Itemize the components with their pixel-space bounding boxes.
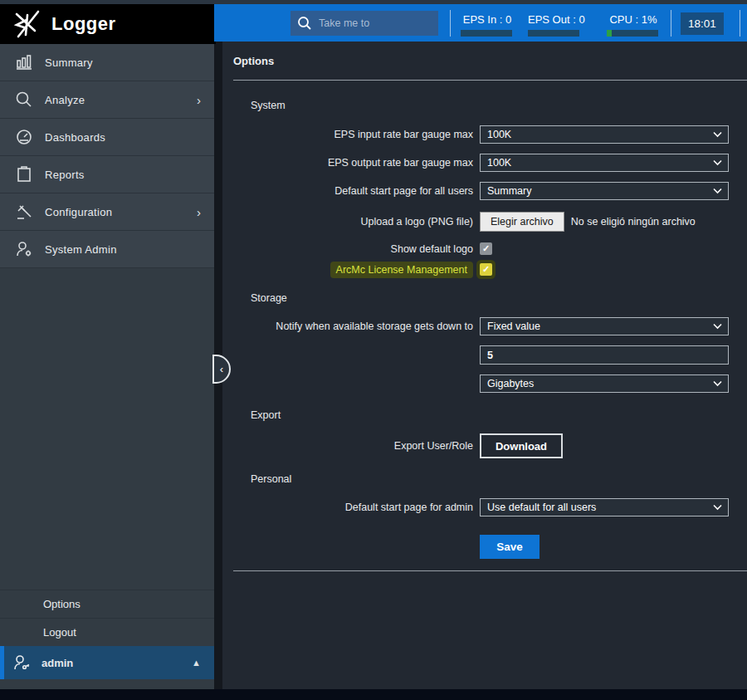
user-key-icon (12, 653, 32, 673)
app-title: Logger (51, 13, 116, 35)
chevron-right-icon: › (197, 205, 201, 219)
sidebar-item-analyze[interactable]: Analyze › (0, 81, 214, 119)
arcmc-license-label: ArcMc License Management (330, 262, 473, 278)
sidebar-item-logout[interactable]: Logout (0, 618, 214, 646)
notify-amount-input[interactable] (480, 345, 729, 365)
user-name: admin (42, 657, 73, 669)
bottom-divider (233, 570, 747, 571)
field-label: Export User/Role (222, 440, 473, 452)
sidebar-user-admin[interactable]: admin ▲ (0, 646, 214, 679)
chevron-down-icon (713, 131, 722, 138)
sidebar-menu: Summary Analyze › Dashboards Repor (0, 44, 214, 268)
search-input[interactable] (319, 17, 427, 29)
chevron-down-icon (713, 188, 722, 194)
form-row-eps-input: EPS input rate bar gauge max 100K (222, 125, 729, 144)
sidebar-item-dashboards[interactable]: Dashboards (0, 119, 214, 156)
eps-in-stat: EPS In : 0 (461, 13, 514, 37)
main-panel: Options System EPS input rate bar gauge … (222, 42, 747, 690)
search-icon (297, 16, 312, 31)
topbar-divider (740, 10, 740, 37)
sidebar-item-summary[interactable]: Summary (0, 44, 214, 81)
default-start-page-select[interactable]: Summary (480, 182, 729, 200)
select-value: Gigabytes (487, 378, 534, 389)
chevron-left-icon: ‹ (220, 363, 223, 375)
sidebar: Summary Analyze › Dashboards Repor (0, 44, 214, 690)
eps-out-stat: EPS Out : 0 (528, 13, 581, 37)
eps-out-label: EPS Out : 0 (528, 13, 581, 26)
form-row-eps-output: EPS output rate bar gauge max 100K (222, 154, 729, 172)
chevron-down-icon (713, 380, 722, 387)
page-title: Options (233, 55, 274, 67)
chevron-up-icon: ▲ (192, 658, 201, 668)
field-label: Upload a logo (PNG file) (222, 216, 473, 228)
eps-in-label: EPS In : 0 (461, 13, 514, 26)
arcsight-logo-icon (13, 9, 42, 39)
eps-out-gauge (528, 30, 579, 37)
field-label: EPS output rate bar gauge max (222, 157, 473, 169)
title-divider (233, 80, 747, 81)
show-default-logo-checkbox[interactable] (480, 242, 492, 255)
notify-mode-select[interactable]: Fixed value (480, 317, 729, 335)
section-export: Export (251, 409, 281, 421)
sidebar-item-options[interactable]: Options (0, 590, 214, 618)
gauge-icon (15, 128, 33, 146)
eps-output-max-select[interactable]: 100K (480, 154, 729, 172)
section-personal: Personal (251, 473, 291, 485)
sidebar-item-label: Summary (45, 56, 93, 69)
user-gear-icon (15, 240, 33, 258)
bottom-strip (0, 689, 747, 700)
arcmc-license-checkbox[interactable] (480, 263, 492, 276)
form-row-notify-amount (222, 345, 729, 365)
chevron-down-icon (713, 323, 722, 330)
cpu-label: CPU : 1% (607, 13, 660, 26)
select-value: Use default for all users (487, 502, 596, 513)
form-row-start-page: Default start page for all users Summary (222, 182, 729, 200)
form-row-upload-logo: Upload a logo (PNG file) Elegir archivo … (222, 212, 696, 232)
select-value: Fixed value (487, 321, 540, 332)
field-label: Show default logo (222, 243, 473, 255)
form-row-show-logo: Show default logo (222, 242, 492, 255)
sidebar-item-configuration[interactable]: Configuration › (0, 193, 214, 231)
eps-input-max-select[interactable]: 100K (480, 125, 729, 144)
chevron-down-icon (713, 159, 722, 166)
field-label: Default start page for all users (222, 185, 473, 197)
cpu-gauge (607, 30, 658, 37)
select-value: 100K (487, 129, 511, 140)
notify-unit-select[interactable]: Gigabytes (480, 374, 729, 393)
select-value: Summary (487, 185, 531, 197)
field-label: Default start page for admin (222, 502, 473, 513)
admin-start-page-select[interactable]: Use default for all users (480, 498, 729, 516)
search-box[interactable] (290, 11, 438, 36)
sidebar-item-label: Reports (45, 169, 85, 181)
select-value: 100K (487, 157, 511, 169)
chevron-right-icon: › (197, 93, 201, 107)
clock: 18:01 (681, 12, 724, 35)
form-row-admin-start-page: Default start page for admin Use default… (222, 498, 729, 516)
topbar-divider (671, 10, 671, 37)
section-storage: Storage (251, 292, 287, 304)
sidebar-footer: Options Logout admin ▲ (0, 590, 214, 679)
eps-in-gauge (461, 30, 512, 37)
app-logo-block: Logger (0, 4, 216, 44)
topbar: EPS In : 0 EPS Out : 0 CPU : 1% 18:01 (214, 4, 747, 42)
sidebar-item-system-admin[interactable]: System Admin (0, 231, 214, 268)
sidebar-item-label: Dashboards (45, 131, 105, 144)
field-label: Notify when available storage gets down … (222, 321, 473, 332)
choose-file-button[interactable]: Elegir archivo (480, 212, 564, 232)
sidebar-item-label: Analyze (45, 94, 85, 106)
sidebar-item-reports[interactable]: Reports (0, 156, 214, 193)
section-system: System (251, 100, 286, 111)
save-button[interactable]: Save (480, 535, 540, 559)
clipboard-icon (15, 165, 33, 184)
sidebar-item-label: Configuration (45, 206, 112, 218)
sidebar-item-label: System Admin (45, 243, 117, 256)
gavel-icon (15, 203, 33, 221)
form-row-notify-unit: Gigabytes (222, 374, 729, 393)
form-row-arcmc: ArcMc License Management (222, 263, 492, 276)
field-label: EPS input rate bar gauge max (222, 129, 473, 140)
topbar-divider (450, 10, 451, 37)
bar-chart-icon (15, 53, 33, 71)
cpu-stat: CPU : 1% (607, 13, 660, 37)
download-button[interactable]: Download (480, 433, 563, 458)
file-status-text: No se eligió ningún archivo (571, 216, 696, 228)
